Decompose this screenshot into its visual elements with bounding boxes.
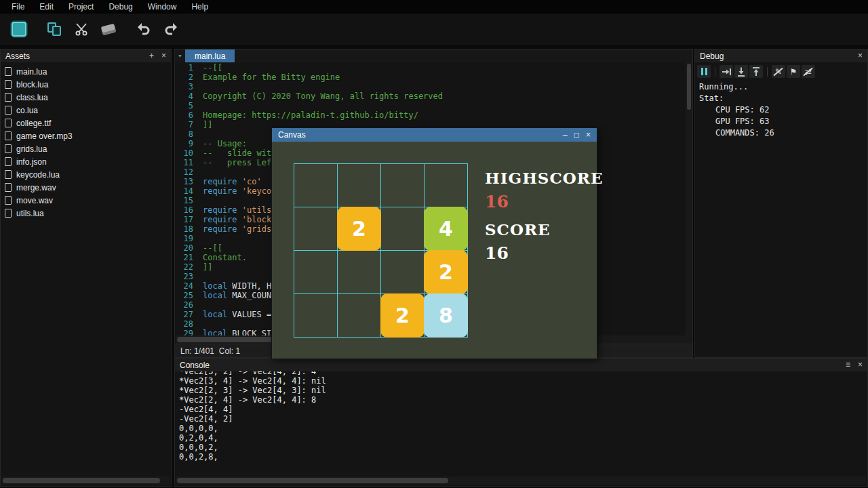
editor-tabbar: ▼ main.lua [175,49,692,62]
console-hscrollbar[interactable] [176,476,866,485]
file-icon [5,196,12,205]
asset-file[interactable]: college.ttf [1,117,171,129]
scroll-thumb[interactable] [687,64,691,110]
file-icon [5,209,12,218]
menu-item-project[interactable]: Project [61,0,101,14]
minimize-button[interactable]: – [563,130,568,140]
console-close-button[interactable]: × [858,359,863,371]
close-button[interactable]: × [586,130,591,140]
file-name: move.wav [16,196,53,205]
line-number: 27 [175,310,193,319]
asset-file[interactable]: block.lua [1,78,171,91]
tile-2: 2 [337,207,381,251]
line-number: 24 [175,281,193,291]
line-number: 8 [175,129,193,139]
undo-button[interactable] [132,17,156,41]
chevron-down-icon: ▼ [178,54,182,58]
step-into-button[interactable] [734,65,748,78]
asset-file[interactable]: class.lua [1,91,171,104]
scroll-thumb[interactable] [3,478,160,483]
pause-icon [701,68,707,75]
line-number: 16 [175,205,193,215]
debug-stats: CPU FPS: 62GPU FPS: 63COMMANDS: 26 [699,104,867,139]
console-output[interactable]: *Vec2[3, 2] -> Vec2[4, 2]: 4*Vec2[3, 4] … [175,371,867,475]
code-line: 3 [175,82,686,92]
file-icon [5,183,12,192]
line-number: 4 [175,92,193,101]
step-out-icon [751,66,762,77]
score-value: 16 [485,243,603,263]
console-header: Console ≡ × [175,359,867,371]
debug-close-button[interactable]: × [858,49,863,62]
file-icon [5,170,12,179]
menu-item-edit[interactable]: Edit [32,0,61,14]
tile-2: 2 [424,250,468,294]
maximize-button[interactable]: □ [574,130,579,140]
menu-item-debug[interactable]: Debug [101,0,140,14]
cursor-position: Ln: 1/401 Col: 1 [180,346,240,356]
assets-panel: Assets + × main.luablock.luaclass.luaco.… [0,49,172,487]
file-icon [5,131,12,140]
pause-button[interactable] [697,65,711,78]
redo-button[interactable] [159,17,183,41]
menu-item-window[interactable]: Window [140,0,184,14]
assets-hscrollbar[interactable] [2,476,170,485]
step-out-button[interactable] [749,65,763,78]
paste-button[interactable] [96,17,121,41]
line-number: 25 [175,291,193,300]
console-line: -Vec2[4, 4] [179,405,867,414]
asset-file[interactable]: info.json [1,155,171,168]
menubar: FileEditProjectDebugWindowHelp [0,0,868,14]
console-line: *Vec2[2, 3] -> Vec2[4, 3]: nil [179,386,867,395]
debug-stat-label: Stat: [699,93,867,104]
tab-list-dropdown[interactable]: ▼ [175,49,185,62]
menu-item-help[interactable]: Help [184,0,216,14]
assets-close-button[interactable]: × [161,49,166,62]
code-line: 5 [175,101,686,110]
scroll-thumb[interactable] [177,478,448,483]
file-name: main.lua [16,67,47,77]
breakpoint-flag-button[interactable]: ⚑ [787,65,800,78]
asset-file[interactable]: main.lua [1,65,171,78]
highscore-label: HIGHSCORE [485,169,603,187]
line-number: 5 [175,101,193,110]
debug-stat: CPU FPS: 62 [699,104,867,116]
console-menu-button[interactable]: ≡ [846,359,850,371]
file-name: keycode.lua [16,170,60,180]
console-line: 0,0,0,2, [179,443,867,452]
disable-breakpoints-button[interactable]: ✎ [772,65,785,78]
asset-file[interactable]: grids.lua [1,142,171,155]
tab-main-lua[interactable]: main.lua [185,49,235,62]
menu-item-file[interactable]: File [4,0,32,14]
asset-file[interactable]: co.lua [1,104,171,117]
game-viewport[interactable]: 24228 HIGHSCORE 16 SCORE 16 [272,142,597,359]
canvas-titlebar[interactable]: Canvas – □ × [272,128,597,142]
canvas-window: Canvas – □ × 24228 HIGHSCORE 16 SCORE 16 [271,127,597,359]
code-line: 1--[[ [175,63,686,73]
assets-add-button[interactable]: + [149,49,154,62]
debug-toolbar: ✎ ⚑ ⇄ [695,62,867,79]
editor-vscrollbar[interactable] [686,62,692,336]
tile-8: 8 [424,293,468,338]
asset-file[interactable]: merge.wav [1,181,171,194]
copy-icon [47,22,62,37]
debug-body: Running... Stat: CPU FPS: 62GPU FPS: 63C… [695,79,867,139]
asset-file[interactable]: keycode.lua [1,168,171,181]
scissors-icon [74,22,89,37]
clear-breakpoints-button[interactable]: ⇄ [802,65,815,78]
file-icon [5,119,12,127]
run-button[interactable] [7,17,31,41]
copy-button[interactable] [42,17,66,41]
asset-file[interactable]: utils.lua [1,207,171,220]
cut-button[interactable] [69,17,94,41]
step-over-button[interactable] [719,65,733,78]
toolbar-separator [715,67,715,77]
console-line: 0,2,0,4, [179,433,867,443]
asset-file[interactable]: move.wav [1,194,171,207]
line-number: 22 [175,262,193,272]
code-line: 2Example for the Bitty engine [175,73,686,82]
debug-status: Running... [699,81,867,93]
asset-file[interactable]: game over.mp3 [1,129,171,142]
score-label: SCORE [485,220,603,239]
toolbar-separator [767,67,768,77]
